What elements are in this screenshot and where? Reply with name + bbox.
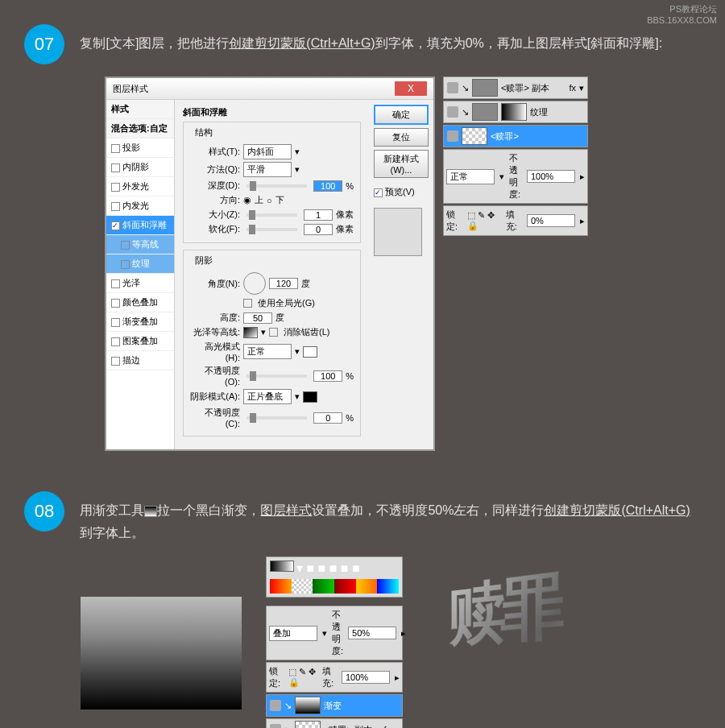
style-item[interactable]: 内发光 bbox=[106, 196, 174, 216]
layer-style-dialog: 图层样式 X 样式 混合选项:自定 投影 内阴影 外发光 内发光 斜面和浮雕 等… bbox=[105, 77, 435, 451]
shadow-opacity-input[interactable]: 0 bbox=[313, 412, 342, 424]
blend-mode-select[interactable]: 正常 bbox=[446, 169, 495, 184]
eye-icon[interactable] bbox=[447, 106, 458, 118]
shadow-opacity-slider[interactable] bbox=[246, 416, 307, 420]
highlight-color[interactable] bbox=[303, 346, 317, 358]
preview-checkbox[interactable] bbox=[374, 188, 383, 197]
layer-row-selected[interactable]: ↘渐变 bbox=[266, 694, 403, 717]
style-item[interactable]: 图案叠加 bbox=[106, 332, 174, 351]
close-icon[interactable]: X bbox=[395, 81, 427, 96]
angle-input[interactable]: 120 bbox=[269, 278, 298, 289]
highlight-opacity-input[interactable]: 100 bbox=[313, 370, 342, 382]
blend-header[interactable]: 混合选项:自定 bbox=[106, 119, 174, 139]
angle-dial[interactable] bbox=[243, 272, 266, 295]
layer-row[interactable]: ↘<赎罪> 副本fx▾ bbox=[443, 77, 588, 99]
gloss-contour[interactable] bbox=[243, 327, 258, 338]
gradient-picker[interactable]: ▾ ■ ■ ■ ■ ■ bbox=[266, 556, 403, 598]
soft-input[interactable]: 0 bbox=[304, 224, 333, 235]
lock-icons[interactable]: ⬚ ✎ ✥ 🔒 bbox=[467, 210, 500, 231]
depth-input[interactable]: 100 bbox=[313, 180, 342, 192]
lock-row: 锁定:⬚ ✎ ✥ 🔒 填充:0%▸ bbox=[443, 205, 588, 236]
style-item-contour[interactable]: 等高线 bbox=[106, 235, 174, 254]
preview-thumb bbox=[374, 208, 422, 256]
dialog-titlebar: 图层样式 X bbox=[106, 78, 433, 100]
layers-panel-07: ↘<赎罪> 副本fx▾ ↘纹理 <赎罪> 正常▾ 不透明度:100%▸ 锁定:⬚… bbox=[443, 77, 588, 451]
dialog-buttons: 确定 复位 新建样式(W)... 预览(V) bbox=[369, 100, 433, 449]
soft-slider[interactable] bbox=[246, 228, 297, 231]
opacity-input[interactable]: 50% bbox=[348, 627, 396, 639]
layer-row-selected[interactable]: <赎罪> bbox=[443, 125, 588, 147]
styles-header: 样式 bbox=[106, 100, 174, 119]
step-08: 08 用渐变工具拉一个黑白渐变，图层样式设置叠加，不透明度50%左右，同样进行创… bbox=[0, 467, 725, 728]
fill-input[interactable]: 0% bbox=[527, 214, 575, 227]
result-text-effect: 赎罪 bbox=[427, 556, 701, 718]
layers-panel-08: 叠加▾不透明度:50%▸ 锁定:⬚ ✎ ✥ 🔒填充:100%▸ ↘渐变 ↘<赎罪… bbox=[266, 606, 403, 728]
ok-button[interactable]: 确定 bbox=[374, 105, 429, 125]
opacity-input[interactable]: 100% bbox=[527, 170, 575, 183]
blend-mode-select[interactable]: 叠加 bbox=[269, 626, 317, 641]
style-select[interactable]: 内斜面 bbox=[243, 144, 292, 159]
size-input[interactable]: 1 bbox=[304, 209, 333, 221]
step-badge-07: 07 bbox=[24, 24, 64, 64]
gradient-preview bbox=[81, 597, 242, 709]
bevel-settings: 斜面和浮雕 结构 样式(T):内斜面 ▾ 方法(Q):平滑 ▾ 深度(D):10… bbox=[175, 100, 369, 449]
style-item[interactable]: 外发光 bbox=[106, 177, 174, 196]
new-style-button[interactable]: 新建样式(W)... bbox=[374, 150, 429, 178]
step-badge-08: 08 bbox=[24, 491, 64, 532]
eye-icon[interactable] bbox=[447, 130, 458, 142]
eye-icon[interactable] bbox=[270, 724, 281, 728]
altitude-input[interactable]: 50 bbox=[243, 312, 272, 324]
lock-icons[interactable]: ⬚ ✎ ✥ 🔒 bbox=[288, 667, 317, 688]
style-item[interactable]: 光泽 bbox=[106, 274, 174, 293]
depth-slider[interactable] bbox=[246, 184, 307, 188]
highlight-opacity-slider[interactable] bbox=[246, 374, 307, 378]
method-select[interactable]: 平滑 bbox=[243, 162, 292, 177]
highlight-mode-select[interactable]: 正常 bbox=[243, 344, 292, 359]
step-07-text: 复制[文本]图层，把他进行创建剪切蒙版(Ctrl+Alt+G)到字体，填充为0%… bbox=[80, 24, 700, 55]
layer-row[interactable]: ↘<赎罪> 副本fx▾ bbox=[266, 718, 403, 728]
style-list: 样式 混合选项:自定 投影 内阴影 外发光 内发光 斜面和浮雕 等高线 纹理 光… bbox=[106, 100, 175, 449]
style-item[interactable]: 内阴影 bbox=[106, 158, 174, 177]
eye-icon[interactable] bbox=[447, 82, 458, 93]
blend-mode-row: 正常▾ 不透明度:100%▸ bbox=[443, 149, 588, 204]
size-slider[interactable] bbox=[246, 213, 297, 217]
eye-icon[interactable] bbox=[270, 700, 281, 711]
style-item[interactable]: 描边 bbox=[106, 351, 174, 370]
fill-input[interactable]: 100% bbox=[342, 671, 390, 684]
style-item[interactable]: 投影 bbox=[106, 139, 174, 158]
style-item[interactable]: 颜色叠加 bbox=[106, 293, 174, 312]
global-light-checkbox[interactable] bbox=[243, 299, 252, 308]
step-08-text: 用渐变工具拉一个黑白渐变，图层样式设置叠加，不透明度50%左右，同样进行创建剪切… bbox=[80, 491, 700, 544]
style-item[interactable]: 渐变叠加 bbox=[106, 312, 174, 332]
layer-row[interactable]: ↘纹理 bbox=[443, 101, 588, 123]
watermark: PS教程论坛 BBS.16XX8.COM bbox=[647, 3, 717, 26]
style-item-bevel[interactable]: 斜面和浮雕 bbox=[106, 216, 174, 235]
shadow-color[interactable] bbox=[303, 391, 317, 403]
dir-down-radio[interactable]: ○ bbox=[267, 196, 272, 205]
dir-up-radio[interactable]: ◉ bbox=[243, 195, 251, 205]
shadow-mode-select[interactable]: 正片叠底 bbox=[243, 389, 292, 404]
antialias-checkbox[interactable] bbox=[269, 328, 278, 337]
cancel-button[interactable]: 复位 bbox=[374, 128, 429, 147]
step-07: 07 复制[文本]图层，把他进行创建剪切蒙版(Ctrl+Alt+G)到字体，填充… bbox=[0, 0, 725, 467]
gradient-tool-icon bbox=[144, 506, 157, 517]
style-item-texture[interactable]: 纹理 bbox=[106, 254, 174, 274]
